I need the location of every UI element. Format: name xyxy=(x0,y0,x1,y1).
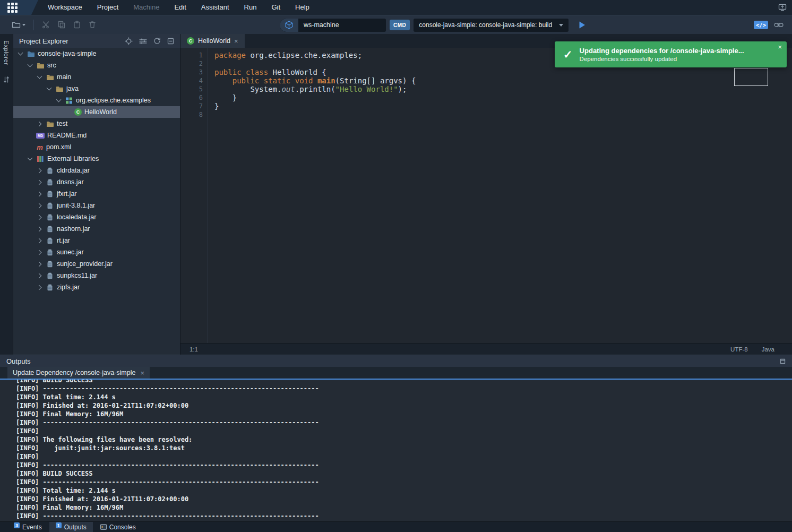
collapse-all-icon[interactable] xyxy=(167,38,174,45)
editor-tab-helloworld[interactable]: C HelloWorld × xyxy=(180,34,245,48)
tree-item-cldrdata-jar[interactable]: cldrdata.jar xyxy=(13,165,180,176)
tree-item-readme-md[interactable]: MDREADME.md xyxy=(13,130,180,141)
menu-machine[interactable]: Machine xyxy=(126,0,167,15)
menu-help[interactable]: Help xyxy=(288,0,317,15)
preview-code-button[interactable]: </> xyxy=(754,21,768,29)
tree-item-dnsns-jar[interactable]: dnsns.jar xyxy=(13,176,180,188)
chevron-right-icon[interactable] xyxy=(36,286,43,289)
compare-arrows-icon[interactable] xyxy=(3,76,10,83)
tree-item-rt-jar[interactable]: rt.jar xyxy=(13,235,180,246)
menu-project[interactable]: Project xyxy=(90,0,126,15)
tree-item-java[interactable]: java xyxy=(13,83,180,95)
tree-item-sunpkcs11-jar[interactable]: sunpkcs11.jar xyxy=(13,270,180,281)
tree-item-jfxrt-jar[interactable]: jfxrt.jar xyxy=(13,188,180,200)
close-tab-icon[interactable]: × xyxy=(234,38,238,45)
bottom-tab-consoles[interactable]: Consoles xyxy=(94,522,142,532)
toolbar-right-group: </> xyxy=(754,21,792,29)
jar-icon xyxy=(46,214,54,221)
jar-icon xyxy=(46,202,54,209)
chevron-down-icon[interactable] xyxy=(26,64,33,66)
chevron-right-icon[interactable] xyxy=(36,274,43,278)
project-explorer-header: Project Explorer xyxy=(13,34,180,48)
console-line: [INFO] Finished at: 2016-01-21T11:07:02+… xyxy=(16,401,792,410)
chevron-right-icon[interactable] xyxy=(36,204,43,208)
project-explorer-panel: Project Explorer console-java xyxy=(13,34,180,355)
console-output[interactable]: [INFO] BUILD SUCCESS[INFO] -------------… xyxy=(0,380,792,521)
delete-icon[interactable] xyxy=(89,21,96,29)
tree-item-nashorn-jar[interactable]: nashorn.jar xyxy=(13,223,180,235)
menu-assistant[interactable]: Assistant xyxy=(194,0,237,15)
filter-settings-icon[interactable] xyxy=(139,38,147,45)
run-command-button[interactable] xyxy=(579,21,586,29)
count-badge: 1 xyxy=(56,522,62,528)
tree-item-label: java xyxy=(66,85,79,92)
maximize-panel-icon[interactable] xyxy=(780,358,786,364)
line-number: 5 xyxy=(180,85,208,93)
close-output-tab-icon[interactable]: × xyxy=(140,370,144,376)
chevron-right-icon[interactable] xyxy=(36,239,43,243)
tree-item-localedata-jar[interactable]: localedata.jar xyxy=(13,211,180,223)
share-workspace-icon[interactable] xyxy=(778,4,787,11)
output-tab-update-dependency[interactable]: Update Dependency /console-java-simple × xyxy=(7,367,150,379)
chevron-down-icon xyxy=(22,24,25,26)
line-number: 2 xyxy=(180,59,208,68)
menu-git[interactable]: Git xyxy=(264,0,288,15)
tree-item-pom-xml[interactable]: mpom.xml xyxy=(13,141,180,153)
code-line: } xyxy=(214,93,792,102)
code-line: System.out.println("Hello World!"); xyxy=(214,85,792,93)
refresh-icon[interactable] xyxy=(153,37,161,45)
project-explorer-title: Project Explorer xyxy=(19,37,68,45)
paste-icon[interactable] xyxy=(73,21,81,29)
tree-item-helloworld[interactable]: CHelloWorld xyxy=(13,106,180,118)
command-selector[interactable]: console-java-simple: console-java-simple… xyxy=(414,19,569,32)
tree-item-label: main xyxy=(57,73,71,81)
menu-workspace[interactable]: Workspace xyxy=(40,0,90,15)
tree-item-sunec-jar[interactable]: sunec.jar xyxy=(13,246,180,258)
chevron-down-icon[interactable] xyxy=(36,76,43,78)
chevron-right-icon[interactable] xyxy=(36,216,43,219)
tree-item-sunjce-provider-jar[interactable]: sunjce_provider.jar xyxy=(13,258,180,270)
chevron-down-icon[interactable] xyxy=(45,88,53,90)
code-line: public class HelloWorld { xyxy=(214,68,792,76)
outputs-panel: Outputs Update Dependency /console-java-… xyxy=(0,355,792,521)
tree-item-junit-3-8-1-jar[interactable]: junit-3.8.1.jar xyxy=(13,200,180,211)
chevron-right-icon[interactable] xyxy=(36,262,43,266)
chevron-right-icon[interactable] xyxy=(36,122,43,126)
tree-item-zipfs-jar[interactable]: zipfs.jar xyxy=(13,281,180,293)
jar-icon xyxy=(46,261,54,268)
chevron-right-icon[interactable] xyxy=(36,192,43,196)
chevron-down-icon[interactable] xyxy=(55,99,62,101)
copy-icon[interactable] xyxy=(58,21,65,29)
che-logo[interactable] xyxy=(0,0,38,15)
tree-item-org-eclipse-che-examples[interactable]: org.eclipse.che.examples xyxy=(13,95,180,106)
scroll-from-source-icon[interactable] xyxy=(125,37,133,45)
explorer-part-tab[interactable]: Explorer xyxy=(3,40,10,65)
tree-item-test[interactable]: test xyxy=(13,118,180,130)
menu-run[interactable]: Run xyxy=(237,0,264,15)
toolbar: ws-machine CMD console-java-simple: cons… xyxy=(0,15,792,34)
tree-item-main[interactable]: main xyxy=(13,71,180,83)
machine-selector[interactable]: ws-machine xyxy=(280,19,386,32)
code-editor[interactable]: 12345678 package org.eclipse.che.example… xyxy=(180,48,792,343)
menu-edit[interactable]: Edit xyxy=(167,0,193,15)
tree-item-label: localedata.jar xyxy=(57,213,96,221)
bottom-tab-outputs[interactable]: 1Outputs xyxy=(49,522,93,532)
tree-item-label: junit-3.8.1.jar xyxy=(57,202,95,209)
tree-item-external-libraries[interactable]: External Libraries xyxy=(13,153,180,165)
chevron-down-icon[interactable] xyxy=(16,53,24,55)
cut-icon[interactable] xyxy=(42,21,50,29)
chevron-right-icon[interactable] xyxy=(36,181,43,184)
chevron-right-icon[interactable] xyxy=(36,227,43,231)
link-icon[interactable] xyxy=(774,22,784,28)
machine-name: ws-machine xyxy=(298,21,345,29)
chevron-down-icon[interactable] xyxy=(26,158,33,160)
bottom-tab-events[interactable]: 3Events xyxy=(7,522,48,532)
class-icon: C xyxy=(74,108,82,116)
tree-item-src[interactable]: src xyxy=(13,59,180,71)
tree-item-console-java-simple[interactable]: console-java-simple xyxy=(13,48,180,59)
console-line: [INFO] Finished at: 2016-01-21T11:07:02+… xyxy=(16,495,792,503)
chevron-right-icon[interactable] xyxy=(36,251,43,254)
close-notification-icon[interactable]: × xyxy=(778,43,782,51)
chevron-right-icon[interactable] xyxy=(36,169,43,173)
new-project-button[interactable] xyxy=(12,21,25,29)
